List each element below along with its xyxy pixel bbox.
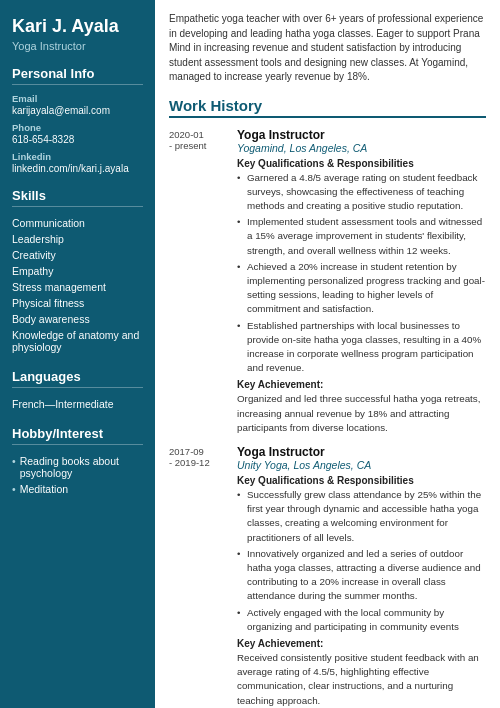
skill-item: Communication [12,215,143,231]
job-title-1: Yoga Instructor [237,128,486,142]
job-achievement-label-2: Key Achievement: [237,638,486,649]
bullet-item: Innovatively organized and led a series … [237,547,486,604]
linkedin-label: Linkedin [12,151,143,162]
job-content-1: Yoga Instructor Yogamind, Los Angeles, C… [237,128,486,435]
job-block-2: 2017-09- 2019-12 Yoga Instructor Unity Y… [169,445,486,708]
job-qualifications-label-1: Key Qualifications & Responsibilities [237,158,486,169]
linkedin-value: linkedin.com/in/kari.j.ayala [12,163,143,174]
candidate-title: Yoga Instructor [12,40,143,52]
skill-item: Body awareness [12,311,143,327]
skills-list: Communication Leadership Creativity Empa… [12,215,143,355]
summary-text: Empathetic yoga teacher with over 6+ yea… [169,12,486,85]
skill-item: Stress management [12,279,143,295]
bullet-icon: • [12,455,16,467]
work-history-heading: Work History [169,97,486,118]
job-company-1: Yogamind, Los Angeles, CA [237,142,486,154]
skill-item: Empathy [12,263,143,279]
language-item: French—Intermediate [12,396,143,412]
skill-item: Creativity [12,247,143,263]
bullet-item: Achieved a 20% increase in student reten… [237,260,486,317]
phone-value: 618-654-8328 [12,134,143,145]
job-achievement-label-1: Key Achievement: [237,379,486,390]
hobby-list: • Reading books about psychology • Medit… [12,453,143,497]
bullet-item: Actively engaged with the local communit… [237,606,486,634]
job-qualifications-label-2: Key Qualifications & Responsibilities [237,475,486,486]
job-dates-1: 2020-01- present [169,128,237,435]
languages-heading: Languages [12,369,143,388]
bullet-item: Successfully grew class attendance by 25… [237,488,486,545]
job-bullets-2: Successfully grew class attendance by 25… [237,488,486,634]
job-bullets-1: Garnered a 4.8/5 average rating on stude… [237,171,486,376]
email-label: Email [12,93,143,104]
hobby-text: Meditation [20,483,68,495]
hobby-item: • Meditation [12,481,143,497]
job-title-2: Yoga Instructor [237,445,486,459]
bullet-item: Garnered a 4.8/5 average rating on stude… [237,171,486,214]
skill-item: Physical fitness [12,295,143,311]
job-company-2: Unity Yoga, Los Angeles, CA [237,459,486,471]
hobby-heading: Hobby/Interest [12,426,143,445]
job-achievement-2: Received consistently positive student f… [237,651,486,708]
personal-info-heading: Personal Info [12,66,143,85]
hobby-item: • Reading books about psychology [12,453,143,481]
skill-item: Knowledge of anatomy and physiology [12,327,143,355]
job-content-2: Yoga Instructor Unity Yoga, Los Angeles,… [237,445,486,708]
skills-heading: Skills [12,188,143,207]
bullet-icon: • [12,483,16,495]
email-value: karijayala@email.com [12,105,143,116]
candidate-name: Kari J. Ayala [12,16,143,38]
sidebar: Kari J. Ayala Yoga Instructor Personal I… [0,0,155,708]
skill-item: Leadership [12,231,143,247]
job-achievement-1: Organized and led three successful hatha… [237,392,486,435]
hobby-text: Reading books about psychology [20,455,143,479]
bullet-item: Implemented student assessment tools and… [237,215,486,258]
job-dates-2: 2017-09- 2019-12 [169,445,237,708]
bullet-item: Established partnerships with local busi… [237,319,486,376]
main-content: Empathetic yoga teacher with over 6+ yea… [155,0,500,708]
phone-label: Phone [12,122,143,133]
job-block-1: 2020-01- present Yoga Instructor Yogamin… [169,128,486,435]
